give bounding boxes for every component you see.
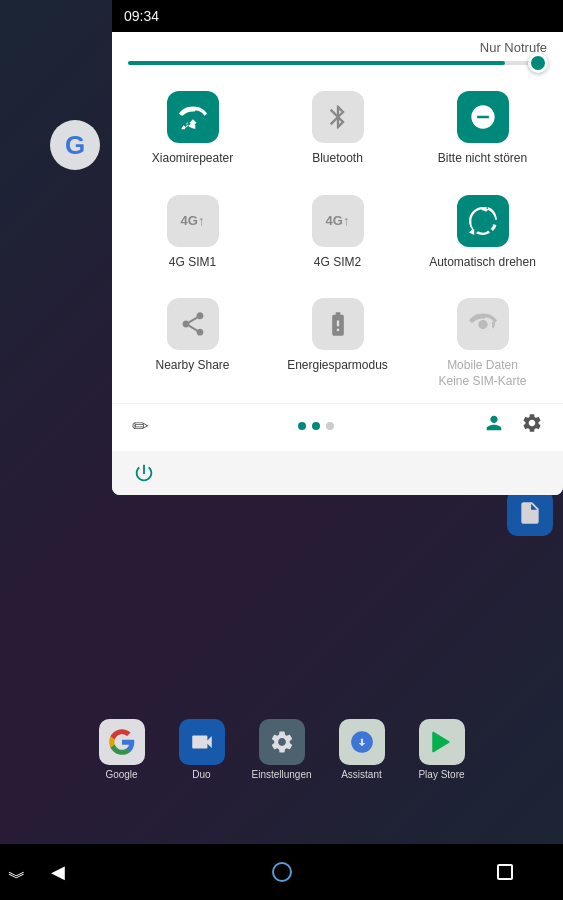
nearby-share-label: Nearby Share — [155, 358, 229, 374]
home-icon — [272, 862, 292, 882]
toggle-bluetooth[interactable]: Bluetooth — [265, 77, 410, 181]
autorotate-label: Automatisch drehen — [429, 255, 536, 271]
app-playstore[interactable]: Play Store — [412, 719, 472, 780]
assistant-app-icon — [339, 719, 385, 765]
status-time: 09:34 — [124, 8, 159, 24]
mobile-data-icon-bg — [457, 298, 509, 350]
toggle-grid: Xiaomirepeater Bluetooth Bitte nicht stö… — [112, 77, 563, 403]
4gsim1-icon-bg: 4G↑ — [167, 195, 219, 247]
xiaomirepeater-icon-bg — [167, 91, 219, 143]
brightness-thumb — [528, 53, 548, 73]
toggle-nearby-share[interactable]: Nearby Share — [120, 284, 265, 403]
files-icon[interactable] — [507, 490, 553, 536]
4gsim2-label: 4G SIM2 — [314, 255, 361, 271]
app-duo[interactable]: Duo — [172, 719, 232, 780]
app-settings[interactable]: Einstellungen — [252, 719, 312, 780]
nav-bar: ︾ ◀ — [0, 844, 563, 900]
toggle-dnd[interactable]: Bitte nicht stören — [410, 77, 555, 181]
playstore-app-label: Play Store — [418, 769, 464, 780]
settings-app-label: Einstellungen — [251, 769, 311, 780]
dnd-icon-bg — [457, 91, 509, 143]
back-button[interactable]: ◀ — [40, 854, 76, 890]
power-row[interactable] — [112, 451, 563, 495]
app-assistant[interactable]: Assistant — [332, 719, 392, 780]
google-app-icon — [99, 719, 145, 765]
4gsim1-label: 4G SIM1 — [169, 255, 216, 271]
bluetooth-label: Bluetooth — [312, 151, 363, 167]
mobile-data-label: Mobile Daten Keine SIM-Karte — [438, 358, 526, 389]
nearby-share-icon-bg — [167, 298, 219, 350]
toggle-4gsim2[interactable]: 4G↑ 4G SIM2 — [265, 181, 410, 285]
panel-header: Nur Notrufe — [112, 32, 563, 59]
dnd-label: Bitte nicht stören — [438, 151, 527, 167]
duo-app-label: Duo — [192, 769, 210, 780]
bottom-apps-row: Google Duo Einstellungen Assistant — [0, 719, 563, 780]
dot-1 — [298, 422, 306, 430]
back-icon: ◀ — [51, 861, 65, 883]
playstore-app-icon — [419, 719, 465, 765]
dot-3 — [326, 422, 334, 430]
toggle-xiaomirepeater[interactable]: Xiaomirepeater — [120, 77, 265, 181]
toggle-mobile-data[interactable]: Mobile Daten Keine SIM-Karte — [410, 284, 555, 403]
chevron-down-icon[interactable]: ︾ — [8, 866, 26, 890]
autorotate-icon-bg — [457, 195, 509, 247]
toggle-autorotate[interactable]: Automatisch drehen — [410, 181, 555, 285]
status-bar: 09:34 — [112, 0, 563, 32]
toggle-4gsim1[interactable]: 4G↑ 4G SIM1 — [120, 181, 265, 285]
panel-footer: ✏ — [112, 403, 563, 451]
power-icon — [132, 461, 156, 485]
xiaomirepeater-label: Xiaomirepeater — [152, 151, 233, 167]
battery-saver-label: Energiesparmodus — [287, 358, 388, 374]
recents-icon — [497, 864, 513, 880]
battery-saver-icon-bg — [312, 298, 364, 350]
edit-icon[interactable]: ✏ — [132, 414, 149, 438]
google-icon[interactable]: G — [50, 120, 100, 170]
brightness-fill — [128, 61, 505, 65]
quick-settings-panel: Nur Notrufe Xiaomirepeater Blue — [112, 32, 563, 495]
recents-button[interactable] — [487, 854, 523, 890]
profile-icon[interactable] — [483, 412, 505, 439]
google-app-label: Google — [105, 769, 137, 780]
home-button[interactable] — [264, 854, 300, 890]
app-google[interactable]: Google — [92, 719, 152, 780]
brightness-slider[interactable] — [128, 61, 547, 65]
dot-2 — [312, 422, 320, 430]
brightness-row — [112, 59, 563, 77]
settings-app-icon — [259, 719, 305, 765]
page-dots — [298, 422, 334, 430]
duo-app-icon — [179, 719, 225, 765]
bluetooth-icon-bg — [312, 91, 364, 143]
4gsim2-icon-bg: 4G↑ — [312, 195, 364, 247]
settings-icon[interactable] — [521, 412, 543, 439]
toggle-battery-saver[interactable]: Energiesparmodus — [265, 284, 410, 403]
assistant-app-label: Assistant — [341, 769, 382, 780]
